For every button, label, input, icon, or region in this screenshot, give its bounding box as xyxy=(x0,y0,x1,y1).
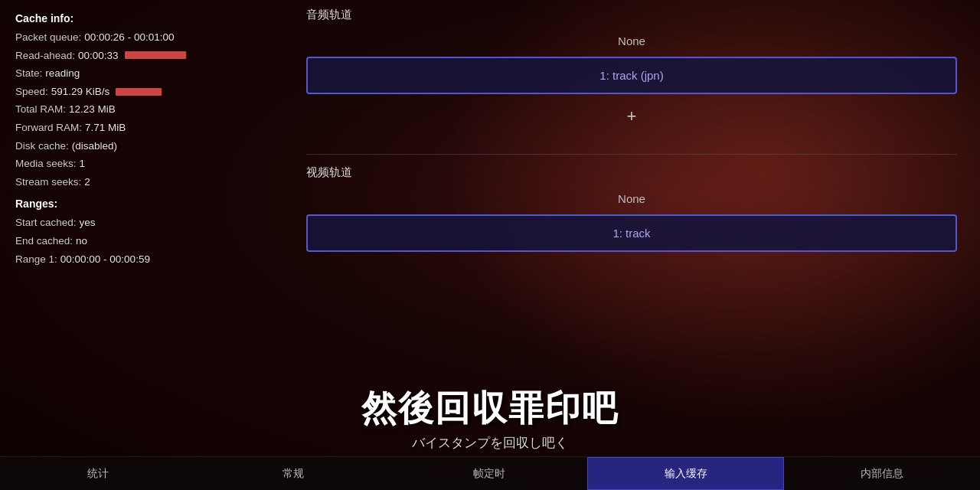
right-panel: 音频轨道 None 1: track (jpn) + 视频轨道 None 1: … xyxy=(283,0,980,490)
section-divider xyxy=(306,154,957,155)
cache-info-title: Cache info: xyxy=(15,12,268,24)
audio-track-title: 音频轨道 xyxy=(306,8,957,22)
info-row-speed: Speed: 591.29 KiB/s xyxy=(15,83,268,100)
value-stream-seeks: 2 xyxy=(84,174,90,191)
info-row-read-ahead: Read-ahead: 00:00:33 xyxy=(15,47,268,64)
value-packet-queue: 00:00:26 - 00:01:00 xyxy=(84,29,174,46)
value-state: reading xyxy=(45,65,80,82)
value-forward-ram: 7.71 MiB xyxy=(85,119,126,136)
ranges-title: Ranges: xyxy=(15,198,268,210)
info-row-total-ram: Total RAM: 12.23 MiB xyxy=(15,101,268,118)
audio-track-section: 音频轨道 None 1: track (jpn) + xyxy=(306,8,957,136)
read-ahead-bar xyxy=(125,51,186,59)
value-start-cached: yes xyxy=(80,214,96,231)
video-track-button[interactable]: 1: track xyxy=(306,214,957,252)
label-state: State: xyxy=(15,65,42,82)
info-row-packet-queue: Packet queue: 00:00:26 - 00:01:00 xyxy=(15,29,268,46)
label-forward-ram: Forward RAM: xyxy=(15,119,82,136)
tab-stats[interactable]: 统计 xyxy=(0,457,196,490)
value-media-seeks: 1 xyxy=(80,155,86,172)
info-row-stream-seeks: Stream seeks: 2 xyxy=(15,174,268,191)
audio-none-option[interactable]: None xyxy=(306,31,957,51)
video-none-option[interactable]: None xyxy=(306,189,957,208)
label-disk-cache: Disk cache: xyxy=(15,138,69,155)
label-stream-seeks: Stream seeks: xyxy=(15,174,81,191)
speed-bar xyxy=(116,88,162,96)
left-panel: Cache info: Packet queue: 00:00:26 - 00:… xyxy=(0,0,283,490)
info-row-media-seeks: Media seeks: 1 xyxy=(15,155,268,172)
video-track-section: 视频轨道 None 1: track xyxy=(306,165,957,258)
video-track-title: 视频轨道 xyxy=(306,165,957,180)
main-layout: Cache info: Packet queue: 00:00:26 - 00:… xyxy=(0,0,980,490)
info-row-disk-cache: Disk cache: (disabled) xyxy=(15,138,268,155)
label-start-cached: Start cached: xyxy=(15,214,77,231)
value-read-ahead: 00:00:33 xyxy=(78,47,119,64)
info-row-start-cached: Start cached: yes xyxy=(15,214,268,231)
info-row-range1: Range 1: 00:00:00 - 00:00:59 xyxy=(15,251,268,268)
value-disk-cache: (disabled) xyxy=(72,138,117,155)
tab-internal-info[interactable]: 内部信息 xyxy=(784,457,980,490)
label-media-seeks: Media seeks: xyxy=(15,155,77,172)
label-read-ahead: Read-ahead: xyxy=(15,47,75,64)
value-total-ram: 12.23 MiB xyxy=(69,101,116,118)
label-packet-queue: Packet queue: xyxy=(15,29,81,46)
audio-add-button[interactable]: + xyxy=(306,100,957,132)
label-total-ram: Total RAM: xyxy=(15,101,66,118)
value-range1: 00:00:00 - 00:00:59 xyxy=(60,251,150,268)
label-range1: Range 1: xyxy=(15,251,57,268)
info-row-end-cached: End cached: no xyxy=(15,233,268,250)
value-end-cached: no xyxy=(76,233,87,250)
ranges-section: Ranges: Start cached: yes End cached: no… xyxy=(15,198,268,267)
label-end-cached: End cached: xyxy=(15,233,73,250)
info-row-state: State: reading xyxy=(15,65,268,82)
value-speed: 591.29 KiB/s xyxy=(51,83,110,100)
tab-input-buffer[interactable]: 输入缓存 xyxy=(587,457,785,490)
tab-frame-timing[interactable]: 帧定时 xyxy=(391,457,587,490)
info-row-forward-ram: Forward RAM: 7.71 MiB xyxy=(15,119,268,136)
audio-track-button[interactable]: 1: track (jpn) xyxy=(306,57,957,94)
tab-normal[interactable]: 常规 xyxy=(196,457,392,490)
bottom-bar: 统计 常规 帧定时 输入缓存 内部信息 xyxy=(0,456,980,490)
label-speed: Speed: xyxy=(15,83,48,100)
